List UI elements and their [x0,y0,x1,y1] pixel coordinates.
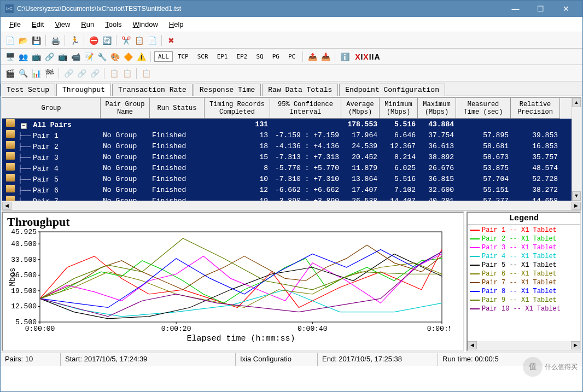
t3-icon-8[interactable]: 📋 [108,67,120,79]
close-button[interactable]: ✕ [553,1,578,16]
scroll-left-icon[interactable]: ◀ [468,341,477,349]
monitor2-icon[interactable]: 📺 [56,51,68,63]
pair-icon[interactable]: 👥 [17,51,29,63]
network-icon[interactable]: 🔗 [43,51,55,63]
legend-item[interactable]: Pair 5 -- X1 Tablet [470,261,578,270]
tab-response-time[interactable]: Response Time [194,84,261,96]
scroll-right-icon[interactable]: ▶ [571,341,580,349]
column-header[interactable]: Maximum (Mbps) [418,98,456,119]
tool4-icon[interactable]: ⚠️ [135,51,147,63]
legend-item[interactable]: Pair 6 -- X1 Tablet [470,270,578,278]
reload-icon[interactable]: 🔄 [101,34,113,46]
legend-item[interactable]: Pair 9 -- X1 Tablet [470,296,578,305]
table-row[interactable]: − All Pairs131178.5535.51643.884 [2,119,572,130]
scroll-right-icon[interactable]: ▶ [572,202,581,210]
export-icon[interactable]: 📤 [306,51,318,63]
scroll-left-icon[interactable]: ◀ [2,202,11,210]
camera-icon[interactable]: 📹 [69,51,81,63]
menu-file[interactable]: File [5,19,25,30]
tab-transaction-rate[interactable]: Transaction Rate [112,84,193,96]
filter-pc[interactable]: PC [284,51,299,62]
info-icon[interactable]: ℹ️ [339,51,351,63]
t3-icon-4[interactable]: 🏁 [43,67,55,79]
legend-item[interactable]: Pair 10 -- X1 Tablet [470,305,578,313]
save-icon[interactable]: 💾 [30,34,42,46]
menu-window[interactable]: Window [129,19,162,30]
tab-test-setup[interactable]: Test Setup [1,84,55,96]
column-header[interactable]: Timing Records Completed [205,98,270,119]
t3-icon-5[interactable]: 🔗 [62,67,74,79]
column-header[interactable]: Average (Mbps) [341,98,380,119]
edit-icon[interactable]: 📝 [83,51,95,63]
menu-run[interactable]: Run [77,19,98,30]
hscrollbar[interactable]: ◀ ▶ [2,201,581,210]
menu-help[interactable]: Help [165,19,188,30]
filter-all[interactable]: ALL [154,51,173,62]
legend-item[interactable]: Pair 4 -- X1 Tablet [470,252,578,261]
t3-icon-1[interactable]: 🎬 [4,67,16,79]
column-header[interactable]: Measured Time (sec) [456,98,511,119]
tool3-icon[interactable]: 🔶 [122,51,134,63]
column-header[interactable]: Run Status [150,98,205,119]
svg-text:45.925: 45.925 [11,229,37,236]
column-header[interactable]: Relative Precision [511,98,560,119]
paste-icon[interactable]: 📄 [146,34,158,46]
scroll-up-icon[interactable]: ▲ [572,98,581,107]
tab-throughput[interactable]: Throughput [56,84,111,96]
legend-item[interactable]: Pair 7 -- X1 Tablet [470,278,578,287]
column-header[interactable]: 95% Confidence Interval [270,98,341,119]
delete-icon[interactable]: ✖ [165,34,177,46]
menu-edit[interactable]: Edit [27,19,48,30]
copy-icon[interactable]: 📋 [133,34,145,46]
open-icon[interactable]: 📂 [17,34,29,46]
t3-icon-3[interactable]: 📊 [30,67,42,79]
table-row[interactable]: ├──Pair 6No GroupFinished12-6.662 : +6.6… [2,184,572,195]
legend-title: Legend [468,213,580,225]
stop-icon[interactable]: ⛔ [88,34,100,46]
import-icon[interactable]: 📥 [319,51,331,63]
column-header[interactable]: Pair Group Name [101,98,150,119]
tool-icon[interactable]: 🔧 [96,51,108,63]
cut-icon[interactable]: ✂️ [120,34,132,46]
svg-text:19.500: 19.500 [11,287,37,295]
table-row[interactable]: ├──Pair 1No GroupFinished13-7.159 : +7.1… [2,130,572,141]
maximize-button[interactable]: ☐ [528,1,553,16]
table-row[interactable]: ├──Pair 2No GroupFinished18-4.136 : +4.1… [2,141,572,151]
t3-icon-10[interactable]: 📋 [140,67,152,79]
tool2-icon[interactable]: 🎨 [109,51,121,63]
vscrollbar[interactable]: ▲ ▼ [572,98,581,201]
column-header[interactable]: Minimum (Mbps) [380,98,418,119]
filter-ep2[interactable]: EP2 [233,51,252,62]
legend-hscrollbar[interactable]: ◀ ▶ [468,341,580,350]
monitor-icon[interactable]: 📺 [30,51,42,63]
table-row[interactable]: ├──Pair 4No GroupFinished8-5.770 : +5.77… [2,162,572,173]
filter-ep1[interactable]: EP1 [213,51,232,62]
t3-icon-2[interactable]: 🔍 [17,67,29,79]
legend-item[interactable]: Pair 3 -- X1 Tablet [470,243,578,252]
filter-pg[interactable]: PG [269,51,283,62]
endpoint-icon[interactable]: 🖥️ [4,51,16,63]
legend-item[interactable]: Pair 8 -- X1 Tablet [470,287,578,296]
tab-endpoint-configuration[interactable]: Endpoint Configuration [339,84,445,96]
run-icon[interactable]: 🏃 [68,34,80,46]
tab-strip: Test SetupThroughputTransaction RateResp… [1,81,582,96]
t3-icon-9[interactable]: 📋 [121,67,133,79]
filter-scr[interactable]: SCR [194,51,212,62]
menu-view[interactable]: View [50,19,74,30]
column-header[interactable]: Group [2,98,101,119]
print-icon[interactable]: 🖨️ [49,34,61,46]
filter-tcp[interactable]: TCP [174,51,193,62]
legend-item[interactable]: Pair 1 -- X1 Tablet [470,226,578,235]
table-row[interactable]: ├──Pair 3No GroupFinished15-7.313 : +7.3… [2,151,572,162]
table-row[interactable]: ├──Pair 7No GroupFinished19-3.890 : +3.8… [2,195,572,201]
table-row[interactable]: ├──Pair 5No GroupFinished10-7.310 : +7.3… [2,173,572,184]
t3-icon-7[interactable]: 🔗 [89,67,101,79]
menu-tools[interactable]: Tools [101,19,126,30]
legend-item[interactable]: Pair 2 -- X1 Tablet [470,235,578,243]
filter-sq[interactable]: SQ [252,51,267,62]
scroll-down-icon[interactable]: ▼ [572,191,581,201]
tab-raw-data-totals[interactable]: Raw Data Totals [262,84,338,96]
new-icon[interactable]: 📄 [4,34,16,46]
minimize-button[interactable]: — [503,1,528,16]
t3-icon-6[interactable]: 🔗 [75,67,88,79]
